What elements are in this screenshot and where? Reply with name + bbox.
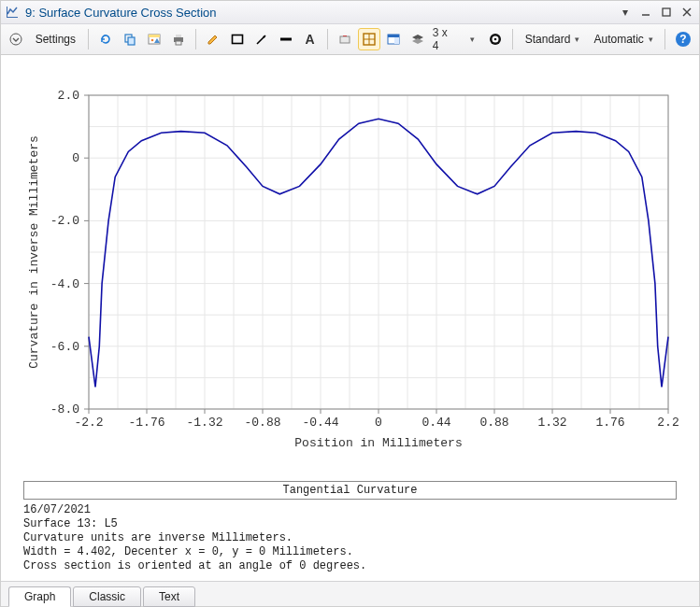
svg-rect-13	[232, 35, 242, 44]
svg-text:?: ?	[680, 33, 687, 46]
svg-rect-12	[176, 41, 181, 45]
bottom-tabs: Graph Classic Text	[1, 581, 699, 606]
dropdown-icon[interactable]: ▾	[617, 5, 634, 20]
print-icon[interactable]	[167, 28, 190, 50]
plot-container: -2.2-1.76-1.32-0.88-0.4400.440.881.321.7…	[1, 55, 699, 575]
automatic-label: Automatic	[593, 33, 643, 46]
info-panel: 16/07/2021 Surface 13: L5 Curvature unit…	[23, 503, 677, 573]
separator	[88, 29, 89, 49]
fit-window-icon[interactable]	[358, 28, 380, 50]
svg-rect-22	[394, 37, 399, 44]
rectangle-tool-icon[interactable]	[226, 28, 249, 50]
standard-dropdown[interactable]: Standard▾	[519, 28, 586, 50]
pencil-icon[interactable]	[202, 28, 224, 50]
copy-icon[interactable]	[119, 28, 141, 50]
separator	[664, 29, 665, 49]
window-title: 9: Surface Curvature Cross Section	[23, 6, 613, 20]
svg-rect-6	[128, 37, 135, 45]
svg-rect-11	[176, 35, 181, 37]
window-layout-icon[interactable]	[382, 28, 405, 50]
svg-rect-21	[388, 35, 399, 37]
svg-text:0.44: 0.44	[421, 416, 450, 430]
target-icon[interactable]	[484, 28, 507, 50]
svg-rect-1	[663, 8, 670, 16]
tab-graph[interactable]: Graph	[8, 586, 71, 607]
svg-text:-2.2: -2.2	[74, 416, 103, 430]
grid-size-dropdown[interactable]: ▾	[460, 28, 482, 50]
app-window: 9: Surface Curvature Cross Section ▾ Set…	[0, 0, 700, 607]
separator	[512, 29, 513, 49]
minimize-icon[interactable]	[637, 5, 654, 20]
svg-rect-16	[340, 36, 350, 43]
help-icon[interactable]: ?	[671, 28, 695, 50]
svg-text:-4.0: -4.0	[50, 277, 79, 291]
standard-label: Standard	[525, 33, 571, 46]
line-weight-icon[interactable]	[275, 28, 297, 50]
titlebar: 9: Surface Curvature Cross Section ▾	[1, 1, 699, 24]
svg-text:-8.0: -8.0	[50, 402, 79, 416]
svg-point-25	[494, 38, 497, 41]
tab-classic[interactable]: Classic	[73, 586, 141, 607]
svg-point-4	[10, 34, 21, 45]
close-icon[interactable]	[679, 5, 695, 20]
svg-text:2.2: 2.2	[657, 416, 679, 430]
legend-label: Tangential Curvature	[282, 484, 417, 497]
info-surface: Surface 13: L5	[23, 517, 118, 530]
tab-text[interactable]: Text	[143, 586, 195, 607]
info-width: Width = 4.402, Decenter x = 0, y = 0 Mil…	[23, 545, 353, 558]
separator	[327, 29, 328, 49]
svg-text:-0.44: -0.44	[302, 416, 338, 430]
plot-svg-holder: -2.2-1.76-1.32-0.88-0.4400.440.881.321.7…	[12, 63, 688, 475]
refresh-icon[interactable]	[94, 28, 117, 50]
svg-text:-1.32: -1.32	[186, 416, 222, 430]
info-angle: Cross section is oriented at an angle of…	[23, 559, 366, 572]
svg-text:Position in Millimeters: Position in Millimeters	[294, 436, 462, 450]
save-image-icon[interactable]	[143, 28, 165, 50]
grid-size-label: 3 x 4	[431, 26, 459, 52]
arrow-tool-icon[interactable]	[250, 28, 273, 50]
svg-text:2.0: 2.0	[57, 89, 79, 103]
text-tool-icon[interactable]: A	[299, 28, 321, 50]
svg-text:0.88: 0.88	[479, 416, 508, 430]
settings-label: Settings	[36, 33, 76, 46]
svg-text:Curvature in inverse Millimete: Curvature in inverse Millimeters	[27, 135, 41, 369]
svg-rect-8	[149, 35, 160, 37]
maximize-icon[interactable]	[658, 5, 675, 20]
svg-text:1.76: 1.76	[595, 416, 624, 430]
app-icon	[5, 5, 20, 20]
svg-text:-1.76: -1.76	[128, 416, 164, 430]
svg-point-9	[150, 39, 153, 42]
svg-text:-2.0: -2.0	[50, 214, 79, 228]
svg-text:1.32: 1.32	[537, 416, 566, 430]
separator	[195, 29, 196, 49]
svg-text:0: 0	[375, 416, 382, 430]
expand-settings-button[interactable]	[5, 28, 27, 50]
svg-text:-0.88: -0.88	[244, 416, 280, 430]
svg-text:-6.0: -6.0	[50, 340, 79, 354]
info-units: Curvature units are inverse Millimeters.	[23, 531, 293, 544]
zoom-icon[interactable]	[334, 28, 356, 50]
chart-svg[interactable]: -2.2-1.76-1.32-0.88-0.4400.440.881.321.7…	[14, 82, 687, 456]
layers-icon[interactable]	[407, 28, 429, 50]
legend-box: Tangential Curvature	[23, 481, 677, 500]
settings-button[interactable]: Settings	[29, 28, 82, 50]
svg-text:0: 0	[72, 151, 79, 165]
toolbar: Settings A	[1, 24, 699, 55]
info-date: 16/07/2021	[23, 503, 91, 516]
automatic-dropdown[interactable]: Automatic▾	[588, 28, 659, 50]
